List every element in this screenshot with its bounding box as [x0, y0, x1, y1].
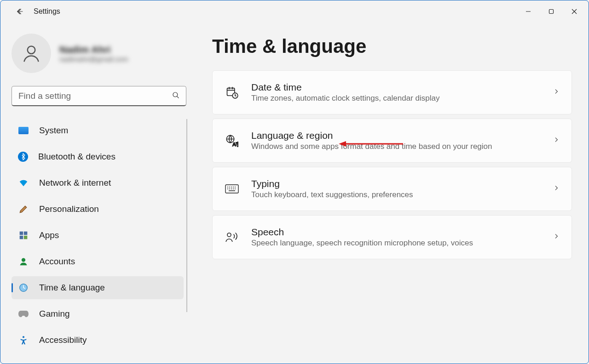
person-icon — [18, 256, 29, 267]
close-button[interactable] — [564, 4, 585, 19]
card-date-time[interactable]: Date & time Time zones, automatic clock … — [212, 70, 572, 114]
sidebar-item-label: Bluetooth & devices — [38, 152, 115, 162]
card-description: Speech language, speech recognition micr… — [251, 239, 541, 248]
sidebar-item-label: Personalization — [39, 204, 99, 214]
minimize-button[interactable] — [518, 4, 539, 19]
profile-email: nadimahri@gmail.com — [59, 55, 128, 63]
avatar — [12, 34, 51, 73]
card-speech[interactable]: Speech Speech language, speech recogniti… — [212, 215, 572, 259]
person-speaking-icon — [225, 230, 239, 245]
paintbrush-icon — [18, 204, 29, 215]
accessibility-icon — [18, 335, 29, 346]
gamepad-icon — [18, 308, 29, 319]
search-icon — [172, 91, 180, 101]
svg-rect-0 — [549, 10, 554, 14]
chevron-right-icon — [553, 233, 560, 241]
svg-rect-5 — [20, 236, 23, 239]
back-button[interactable] — [11, 2, 29, 21]
sidebar-item-bluetooth[interactable]: Bluetooth & devices — [12, 145, 184, 168]
bluetooth-icon — [18, 152, 28, 162]
sidebar-item-label: Apps — [39, 230, 59, 240]
apps-icon — [18, 230, 29, 241]
main-content: Time & language Date & time Time zones, … — [198, 23, 589, 364]
card-description: Windows and some apps format dates and t… — [251, 142, 541, 151]
monitor-icon — [18, 125, 29, 136]
sidebar-item-system[interactable]: System — [12, 119, 184, 142]
svg-point-1 — [28, 46, 35, 54]
keyboard-icon — [225, 182, 239, 196]
chevron-right-icon — [553, 185, 560, 193]
app-title: Settings — [34, 7, 60, 16]
chevron-right-icon — [553, 88, 560, 97]
card-title: Typing — [251, 178, 541, 189]
card-description: Time zones, automatic clock settings, ca… — [251, 94, 541, 103]
sidebar-item-accessibility[interactable]: Accessibility — [12, 329, 184, 352]
sidebar-item-label: Network & internet — [39, 178, 111, 188]
sidebar-item-time-language[interactable]: Time & language — [12, 276, 184, 299]
svg-rect-4 — [24, 232, 28, 235]
svg-text:A字: A字 — [232, 142, 238, 147]
profile-block[interactable]: Nadim Ahri nadimahri@gmail.com — [12, 34, 187, 73]
sidebar-item-personalization[interactable]: Personalization — [12, 198, 184, 221]
globe-characters-icon: A字 — [225, 133, 239, 148]
card-title: Language & region — [251, 130, 541, 141]
card-language-region[interactable]: A字 Language & region Windows and some ap… — [212, 119, 572, 163]
card-title: Speech — [251, 227, 541, 238]
profile-name: Nadim Ahri — [59, 44, 128, 55]
search-input[interactable] — [12, 86, 186, 106]
sidebar: Nadim Ahri nadimahri@gmail.com System — [0, 23, 198, 364]
nav-list: System Bluetooth & devices Network & int… — [12, 119, 187, 312]
card-title: Date & time — [251, 82, 541, 93]
globe-clock-icon — [18, 282, 29, 293]
wifi-icon — [18, 177, 29, 188]
calendar-clock-icon — [225, 85, 239, 100]
page-title: Time & language — [212, 35, 572, 57]
sidebar-item-gaming[interactable]: Gaming — [12, 302, 184, 325]
svg-point-15 — [227, 233, 231, 237]
card-description: Touch keyboard, text suggestions, prefer… — [251, 190, 541, 199]
svg-point-9 — [23, 336, 24, 338]
svg-rect-6 — [24, 236, 28, 239]
sidebar-item-label: Gaming — [39, 309, 70, 319]
sidebar-item-network[interactable]: Network & internet — [12, 171, 184, 194]
sidebar-item-label: Accessibility — [39, 335, 87, 345]
maximize-button[interactable] — [541, 4, 562, 19]
sidebar-item-label: Time & language — [39, 283, 105, 293]
sidebar-item-label: System — [39, 125, 68, 136]
svg-rect-3 — [20, 232, 23, 235]
titlebar: Settings — [0, 0, 589, 23]
sidebar-item-accounts[interactable]: Accounts — [12, 250, 184, 273]
chevron-right-icon — [553, 136, 560, 145]
sidebar-item-label: Accounts — [39, 256, 75, 267]
sidebar-item-apps[interactable]: Apps — [12, 224, 184, 247]
card-typing[interactable]: Typing Touch keyboard, text suggestions,… — [212, 167, 572, 211]
svg-point-7 — [22, 258, 25, 262]
